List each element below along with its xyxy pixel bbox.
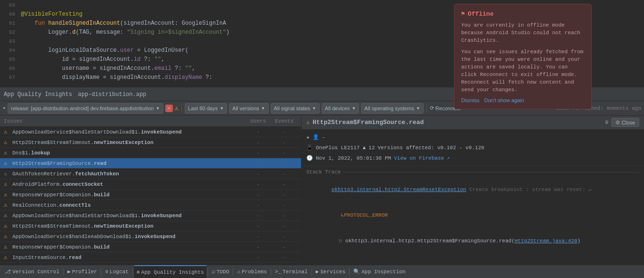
statusbar-services[interactable]: ▶ Services (313, 265, 348, 278)
stack-line-2: ⊟ okhttp3.internal.http2.Http2Stream$Fra… (306, 228, 639, 254)
statusbar-logcat[interactable]: ≡ Logcat (102, 265, 131, 278)
issue-row[interactable]: ⚠ResponseWrapper$Companion.build-- (0, 190, 301, 200)
os-dropdown[interactable]: All operating systems ▼ (361, 103, 423, 114)
issue-name: Http2Stream$StreamTimeout.newTimeoutExce… (12, 223, 245, 229)
signal-states-arrow-icon: ▼ (312, 106, 316, 111)
issue-icon: ⚠ (4, 233, 10, 240)
issue-row[interactable]: ⚠OAuthTokenRetriever.fetchAuthToken-- (0, 169, 301, 179)
issue-icon: ⚠ (4, 149, 10, 156)
issue-events: - (271, 182, 297, 187)
statusbar-app-inspection[interactable]: 🔍 App Inspection (350, 265, 408, 278)
signal-states-dropdown[interactable]: All signal states ▼ (271, 103, 320, 114)
devices-dropdown[interactable]: All devices ▼ (322, 103, 360, 114)
issue-row[interactable]: ⚠Http2Stream$StreamTimeout.newTimeoutExc… (0, 137, 301, 148)
aqi-app: app-distribution.app (78, 91, 146, 98)
detail-settings-icon[interactable]: ≡ (605, 119, 608, 126)
statusbar-terminal[interactable]: >_ Terminal (272, 265, 311, 278)
stack-frame-2-suffix: ) (578, 238, 581, 244)
release-dropdown[interactable]: release: [app-distribution-android] dev.… (8, 103, 163, 114)
statusbar-profiler[interactable]: ▶ Profiler (65, 265, 100, 278)
statusbar-todo[interactable]: ☑ TODO (209, 265, 232, 278)
issue-row[interactable]: ⚠Http2Stream$FramingSource.read-- (0, 158, 301, 169)
issue-users: - (245, 255, 271, 260)
issue-events: - (271, 192, 297, 198)
detail-header: ⚠ Http2Stream$FramingSource.read ≡ ⊘ Clo… (302, 115, 644, 130)
date-info: Nov 1, 2022, 05:01:30 PM (316, 153, 391, 163)
detail-meta: ★ 👤 - 📱 OnePlus LE2117 ▲ 12 Versions aff… (302, 130, 644, 166)
statusbar-version-control[interactable]: ⎇ Version Control (2, 265, 62, 278)
time-range-label: Last 60 days (188, 105, 218, 111)
issue-events: - (271, 213, 297, 219)
aqi-title: App Quality Insights (4, 91, 72, 98)
issue-icon: ⚠ (4, 191, 10, 198)
status-sep-3 (133, 268, 133, 276)
issue-row[interactable]: ⚠Http2Stream$StreamTimeout.newTimeoutExc… (0, 221, 301, 231)
issue-events: - (271, 202, 297, 208)
star-icon: ★ (306, 133, 310, 142)
view-firebase-link[interactable]: View on Firebase (394, 153, 444, 163)
issue-users: - (245, 192, 271, 198)
close-icon: ⊘ (616, 119, 620, 125)
logcat-icon: ≡ (105, 269, 108, 275)
time-range-arrow-icon: ▼ (219, 106, 224, 111)
issue-name: AppDownloadService$handleStartDownload$1… (12, 213, 245, 219)
issue-name: Http2Stream$FramingSource.read (12, 161, 245, 166)
issue-row[interactable]: ⚠AndroidPlatform.connectSocket-- (0, 179, 301, 190)
offline-dismiss-button[interactable]: Dismiss (461, 97, 480, 103)
aqi-status-icon: ⊕ (137, 269, 140, 275)
offline-icon: ⚑ (461, 10, 465, 18)
offline-body-1: You are currently in offline mode becaus… (461, 21, 585, 44)
stack-frame-2-link[interactable]: Http2Stream.java:420 (515, 238, 578, 244)
release-arrow-icon: ▼ (156, 106, 160, 111)
app-inspection-label: App Inspection (361, 269, 405, 275)
terminal-label: Terminal (283, 269, 308, 275)
issue-row[interactable]: ⚠AppDownloadService$handleStartDownload$… (0, 127, 301, 137)
issue-icon: ⚠ (4, 160, 10, 167)
issue-users: - (245, 213, 271, 219)
issue-name: ResponseWrapper$Companion.build (12, 244, 245, 250)
issue-events: - (271, 244, 297, 250)
issue-row[interactable]: ⚠InputStreamSource.read-- (0, 252, 301, 263)
offline-dont-show-button[interactable]: Don't show again (484, 97, 524, 103)
toolbar-separator-2 (426, 104, 427, 113)
device-info: OnePlus LE2117 (316, 143, 360, 153)
statusbar-app-quality-insights[interactable]: ⊕ App Quality Insights (134, 265, 207, 278)
status-sep-4 (208, 268, 208, 276)
problems-label: Problems (242, 269, 267, 275)
versions-dropdown[interactable]: All versions ▼ (229, 103, 268, 114)
issue-events: - (271, 171, 297, 177)
issue-row[interactable]: ⚠RealConnection.connectTls-- (0, 200, 301, 211)
issue-row[interactable]: ⚠Dns$1.lookup-- (0, 148, 301, 158)
status-sep-1 (63, 268, 64, 276)
detail-close-button[interactable]: ⊘ Close (611, 118, 639, 127)
issues-table-header: Issues Users Events (0, 115, 301, 127)
os-arrow-icon: ▼ (416, 106, 420, 111)
issue-users: - (245, 140, 271, 145)
issue-users: - (245, 129, 271, 135)
issue-users: - (245, 223, 271, 229)
stack-bullet-1: ⊟ (339, 238, 345, 244)
issue-row[interactable]: ⚠ResponseWrapper$Companion.build-- (0, 242, 301, 252)
versions-label: Versions affected: v0.102 - v0.128 (378, 143, 484, 153)
col-issues-header: Issues (4, 118, 245, 124)
version-control-icon: ⎇ (5, 268, 11, 275)
status-sep-5 (233, 268, 233, 276)
exception-class-link[interactable]: okhttp3.internal.http2.StreamResetExcept… (331, 187, 466, 192)
issue-users: - (245, 150, 271, 156)
versions-label: All versions (232, 105, 259, 111)
issue-icon: ⚠ (4, 212, 10, 219)
problems-icon: ⚠ (237, 268, 240, 275)
issue-name: OAuthTokenRetriever.fetchAuthToken (12, 171, 245, 177)
time-range-dropdown[interactable]: Last 60 days ▼ (185, 103, 227, 114)
close-filter-button[interactable]: ✕ (165, 105, 173, 112)
device-icon: 📱 (306, 143, 313, 153)
issue-events: - (271, 223, 297, 229)
aqi-status-label: App Quality Insights (141, 269, 204, 275)
issue-row[interactable]: ⚠AppDownloadService$handleAabDownload$1.… (0, 231, 301, 242)
issue-row[interactable]: ⚠AppDownloadService$handleStartDownload$… (0, 211, 301, 221)
statusbar-problems[interactable]: ⚠ Problems (234, 265, 269, 278)
warning-icon: ⚠ (175, 104, 179, 112)
todo-icon: ☑ (212, 268, 215, 275)
release-icon: ● (3, 105, 6, 111)
protocol-error-text: ↳PROTOCOL_ERROR (331, 212, 388, 218)
